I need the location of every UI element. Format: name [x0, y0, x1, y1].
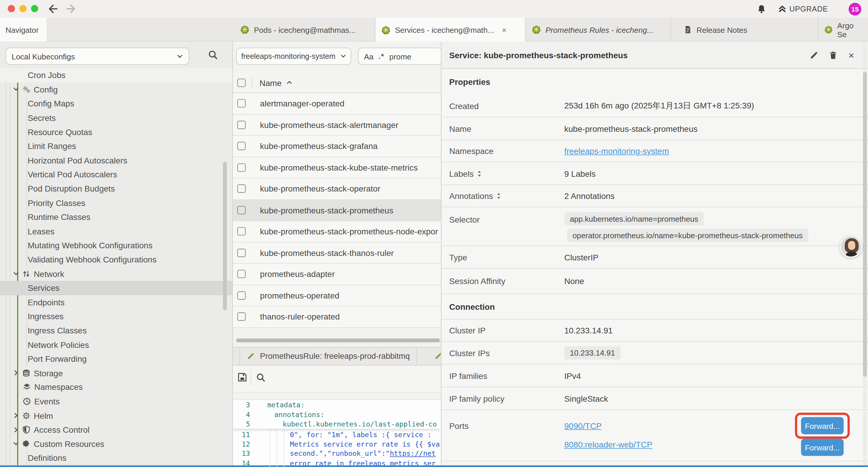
edit-pencil-icon[interactable] [809, 51, 818, 59]
tab-label: Argo Se [837, 21, 862, 38]
sidebar-item-runtime-classes[interactable]: Runtime Classes [0, 210, 233, 224]
table-row-selected[interactable]: kube-prometheus-stack-prometheus [233, 200, 441, 221]
window-close-button[interactable] [8, 5, 15, 12]
delete-trash-icon[interactable] [829, 51, 838, 59]
sort-updown-icon[interactable] [477, 170, 482, 177]
window-zoom-button[interactable] [31, 5, 38, 12]
sidebar-item-events[interactable]: Events [0, 394, 233, 408]
sidebar-item-pod-disruption-budgets[interactable]: Pod Disruption Budgets [0, 181, 233, 196]
panel-scrollbar-thumb[interactable] [863, 72, 867, 377]
close-icon[interactable]: × [848, 51, 854, 59]
tab-label: Navigator [6, 25, 39, 34]
sidebar-item-leases[interactable]: Leases [0, 224, 233, 238]
sidebar-item-priority-classes[interactable]: Priority Classes [0, 196, 233, 210]
sidebar-item-network-policies[interactable]: Network Policies [0, 338, 233, 352]
editor-tab-prometheusrule[interactable]: PrometheusRule: freeleaps-prod-rabbitmq [240, 347, 417, 365]
tab-release-notes[interactable]: Release Notes [672, 18, 818, 42]
row-checkbox[interactable] [237, 313, 246, 321]
sidebar-group-custom-resources[interactable]: Custom Resources [0, 437, 233, 451]
sidebar-item-validating-webhook-configurations[interactable]: Validating Webhook Configurations [0, 253, 233, 267]
notifications-bell-icon[interactable] [757, 4, 766, 14]
row-checkbox[interactable] [237, 121, 246, 129]
back-button[interactable] [48, 3, 60, 14]
user-avatar[interactable] [839, 235, 863, 258]
select-all-checkbox[interactable] [237, 78, 246, 87]
editor-tab-partial[interactable] [431, 347, 441, 365]
match-case-icon[interactable]: Aa [364, 52, 373, 61]
table-row[interactable]: thanos-ruler-operated [233, 306, 441, 327]
sidebar-item-mutating-webhook-configurations[interactable]: Mutating Webhook Configurations [0, 238, 233, 253]
sidebar-item-vertical-pod-autoscalers[interactable]: Vertical Pod Autoscalers [0, 167, 233, 181]
tab-close-icon[interactable]: × [502, 25, 506, 34]
sidebar-group-config[interactable]: Config [0, 82, 233, 96]
filter-input[interactable]: Aa .* prome [358, 48, 441, 65]
row-checkbox[interactable] [237, 291, 246, 299]
row-checkbox[interactable] [237, 142, 246, 150]
notification-count-badge[interactable]: 15 [848, 3, 861, 16]
name-column-header[interactable]: Name [259, 78, 282, 87]
sidebar-item-services[interactable]: Services [0, 281, 233, 295]
table-row[interactable]: kube-prometheus-stack-operator [233, 178, 441, 200]
row-checkbox[interactable] [237, 270, 246, 278]
table-row[interactable]: kube-prometheus-stack-grafana [233, 136, 441, 157]
table-row[interactable]: prometheus-adapter [233, 264, 441, 285]
editor-search-icon[interactable] [256, 372, 266, 382]
row-checkbox[interactable] [237, 99, 246, 108]
sidebar-item-limit-ranges[interactable]: Limit Ranges [0, 139, 233, 153]
sort-ascending-icon[interactable] [286, 79, 292, 86]
table-row[interactable]: kube-prometheus-stack-kube-state-metrics [233, 157, 441, 178]
row-checkbox[interactable] [237, 185, 246, 193]
forward-button[interactable] [65, 3, 78, 14]
sidebar-item-resource-quotas[interactable]: Resource Quotas [0, 125, 233, 139]
tab-prometheus-rules[interactable]: Prometheus Rules - icecheng... [526, 18, 671, 42]
cluster-ip-chip: 10.233.14.91 [564, 346, 621, 359]
table-row[interactable]: kube-prometheus-stack-prometheus-node-ex… [233, 221, 441, 242]
sidebar-item-namespaces[interactable]: Namespaces [0, 380, 233, 394]
sidebar-group-storage[interactable]: Storage [0, 366, 233, 380]
sidebar-search-icon[interactable] [208, 49, 218, 60]
sidebar-scrollbar[interactable] [223, 162, 227, 310]
table-row[interactable]: kube-prometheus-stack-alertmanager [233, 114, 441, 136]
forward-button-8080[interactable]: Forward... [801, 439, 843, 456]
tab-navigator[interactable]: Navigator [0, 18, 46, 42]
namespace-select[interactable]: freeleaps-monitoring-system [236, 48, 351, 65]
sidebar-item-config-maps[interactable]: Config Maps [0, 96, 233, 111]
sidebar-item-endpoints[interactable]: Endpoints [0, 295, 233, 309]
sidebar-group-network[interactable]: Network [0, 267, 233, 281]
upgrade-button[interactable]: UPGRADE [778, 3, 828, 14]
horizontal-scrollbar-thumb[interactable] [236, 339, 440, 342]
config-gears-icon [22, 85, 30, 93]
sidebar-item-port-forwarding[interactable]: Port Forwarding [0, 352, 233, 366]
regex-icon[interactable]: .* [378, 52, 384, 60]
namespace-link[interactable]: freeleaps-monitoring-system [564, 146, 669, 156]
sidebar-group-access-control[interactable]: Access Control [0, 423, 233, 437]
row-checkbox[interactable] [237, 249, 246, 257]
sidebar-item-secrets[interactable]: Secrets [0, 111, 233, 125]
yaml-editor[interactable]: 11 0", for: "1m", labels :{ service : 12… [233, 400, 441, 467]
table-row[interactable]: prometheus-operated [233, 285, 441, 306]
sidebar-item-definitions[interactable]: Definitions [0, 451, 233, 465]
editor-tab-strip: PrometheusRule: freeleaps-prod-rabbitmq [233, 347, 441, 366]
row-checkbox[interactable] [237, 163, 246, 171]
port-link-9090[interactable]: 9090/TCP [564, 421, 601, 430]
runbook-url-link[interactable]: https://net [390, 449, 435, 458]
kubeconfig-select[interactable]: Local Kubeconfigs [6, 48, 189, 65]
table-row[interactable]: alertmanager-operated [233, 93, 441, 114]
property-row-created: Created 253d 16h 6m ago (2025年1月13日 GMT+… [441, 95, 868, 117]
port-link-8080[interactable]: 8080:reloader-web/TCP [564, 440, 652, 449]
sort-updown-icon[interactable] [496, 192, 501, 199]
sidebar-group-helm[interactable]: Helm [0, 408, 233, 423]
tab-argo[interactable]: Argo Se [819, 18, 868, 42]
row-checkbox[interactable] [237, 206, 246, 214]
editor-breadcrumbs [233, 393, 441, 400]
window-minimize-button[interactable] [20, 5, 27, 12]
save-icon[interactable] [237, 372, 247, 382]
sidebar-item-ingresses[interactable]: Ingresses [0, 309, 233, 323]
sidebar-item-horizontal-pod-autoscalers[interactable]: Horizontal Pod Autoscalers [0, 153, 233, 167]
sidebar-item-ingress-classes[interactable]: Ingress Classes [0, 323, 233, 338]
tab-pods[interactable]: Pods - icecheng@mathmas... [235, 18, 375, 42]
table-row[interactable]: kube-prometheus-stack-thanos-ruler [233, 242, 441, 264]
tab-services[interactable]: Services - icecheng@math... × [375, 18, 525, 42]
row-checkbox[interactable] [237, 227, 246, 236]
sidebar-item-cron-jobs[interactable]: Cron Jobs [0, 68, 233, 83]
